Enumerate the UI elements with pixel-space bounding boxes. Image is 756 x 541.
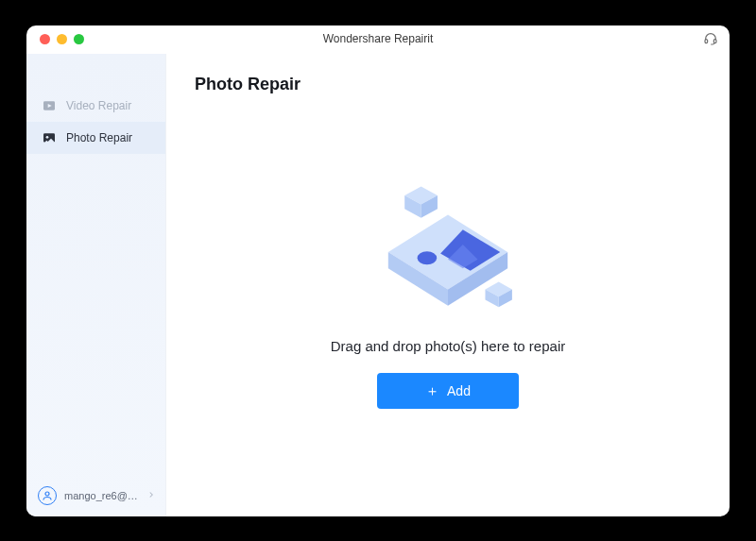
svg-point-6 — [45, 492, 49, 496]
photo-illustration-icon — [372, 178, 524, 319]
sidebar-nav: Video Repair Photo Repair — [26, 54, 165, 154]
body: Video Repair Photo Repair mango_re6@163… — [26, 54, 730, 516]
svg-rect-0 — [705, 40, 708, 43]
minimize-icon[interactable] — [57, 34, 67, 44]
user-label: mango_re6@163… — [64, 490, 139, 501]
svg-rect-1 — [713, 40, 716, 43]
titlebar: Wondershare Repairit — [26, 25, 730, 54]
svg-point-15 — [418, 251, 438, 264]
dropzone[interactable]: Drag and drop photo(s) here to repair ＋ … — [195, 98, 701, 488]
video-icon — [42, 98, 57, 113]
support-button[interactable] — [703, 31, 718, 46]
sidebar-item-photo-repair[interactable]: Photo Repair — [26, 122, 165, 154]
dropzone-text: Drag and drop photo(s) here to repair — [331, 338, 565, 354]
sidebar: Video Repair Photo Repair mango_re6@163… — [26, 54, 166, 516]
headset-icon — [703, 31, 718, 46]
plus-icon: ＋ — [425, 383, 439, 397]
sidebar-item-video-repair[interactable]: Video Repair — [26, 90, 165, 122]
app-window: Wondershare Repairit Video Repair — [26, 25, 730, 516]
svg-point-5 — [46, 136, 49, 139]
user-account-button[interactable]: mango_re6@163… — [26, 477, 165, 516]
maximize-icon[interactable] — [74, 34, 84, 44]
window-controls — [26, 34, 84, 44]
main-content: Photo Repair — [166, 54, 730, 516]
sidebar-item-label: Photo Repair — [66, 131, 132, 144]
sidebar-item-label: Video Repair — [66, 99, 131, 112]
page-title: Photo Repair — [195, 75, 701, 94]
close-icon[interactable] — [40, 34, 50, 44]
photo-icon — [42, 130, 57, 145]
window-title: Wondershare Repairit — [26, 32, 730, 45]
chevron-right-icon — [146, 490, 156, 501]
add-button-label: Add — [447, 383, 471, 398]
add-button[interactable]: ＋ Add — [377, 373, 519, 409]
avatar-icon — [38, 486, 57, 505]
